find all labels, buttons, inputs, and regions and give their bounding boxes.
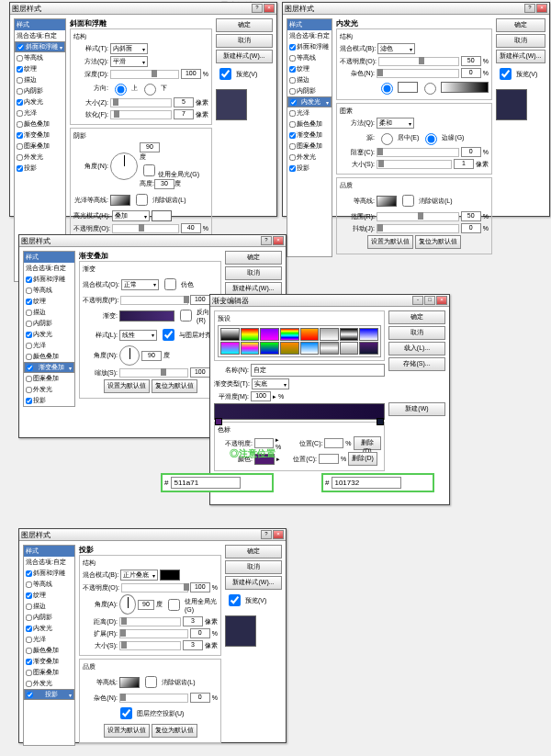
sidebar-item-outer-glow[interactable]: 外发光: [24, 384, 74, 395]
sidebar-item-texture[interactable]: 纹理: [15, 63, 65, 74]
reset-btn[interactable]: 设置为默认值: [104, 379, 150, 393]
cancel-btn[interactable]: 取消: [496, 34, 545, 48]
spread-slider[interactable]: [119, 629, 188, 638]
sidebar-item-inner-shadow[interactable]: 内阴影: [15, 85, 65, 96]
close-btn[interactable]: ×: [273, 530, 284, 539]
shadow-check[interactable]: [17, 165, 23, 172]
cancel-btn[interactable]: 取消: [388, 326, 445, 340]
smooth-val[interactable]: 100: [251, 391, 271, 401]
newstyle-btn[interactable]: 新建样式(W)...: [496, 50, 545, 63]
size-val[interactable]: 5: [174, 97, 194, 107]
sidebar-item-contour[interactable]: 等高线: [24, 285, 74, 296]
jitter-val[interactable]: 0: [461, 223, 481, 233]
choke-slider[interactable]: [377, 148, 459, 157]
reverse-check[interactable]: [180, 310, 192, 322]
opac-val[interactable]: 50: [461, 56, 481, 66]
del-btn2[interactable]: 删除(D): [348, 452, 377, 466]
revert-btn[interactable]: 复位为默认值: [152, 724, 197, 738]
spread-val[interactable]: 0: [190, 628, 210, 638]
preset[interactable]: [320, 342, 339, 355]
close-btn[interactable]: ×: [273, 236, 284, 245]
preset[interactable]: [260, 328, 279, 341]
sidebar-item-bevel[interactable]: 斜面和浮雕: [24, 568, 74, 579]
preset[interactable]: [300, 342, 320, 355]
preset[interactable]: [220, 342, 240, 355]
close-btn[interactable]: ×: [536, 4, 547, 13]
angle-dial[interactable]: [119, 594, 136, 615]
preset[interactable]: [280, 328, 299, 341]
glow-grad[interactable]: [441, 82, 489, 93]
preset[interactable]: [280, 342, 299, 355]
sidebar-item-color-overlay[interactable]: 颜色叠加: [15, 118, 65, 130]
gradient-bar[interactable]: [214, 403, 385, 420]
cancel-btn[interactable]: 取消: [225, 560, 282, 574]
hopac-slider[interactable]: [112, 224, 179, 233]
soften-slider[interactable]: [110, 110, 172, 119]
contour-check[interactable]: [17, 55, 23, 62]
name-input[interactable]: [251, 364, 385, 377]
sidebar-item-contour[interactable]: 等高线: [24, 579, 74, 590]
new-btn[interactable]: 新建(W): [388, 402, 445, 416]
oglow-check[interactable]: [17, 154, 23, 161]
global-check[interactable]: [168, 599, 180, 611]
save-btn[interactable]: 存储(S)...: [388, 357, 445, 371]
range-val[interactable]: 50: [461, 211, 481, 221]
sidebar-item-satin[interactable]: 光泽: [24, 340, 74, 351]
knockout-check[interactable]: [120, 707, 132, 719]
sidebar-item-pattern[interactable]: 图案叠加: [24, 667, 74, 678]
sidebar-item-texture[interactable]: 纹理: [24, 296, 74, 307]
gangle-dial[interactable]: [119, 345, 140, 366]
help-btn[interactable]: ?: [252, 4, 263, 13]
sidebar-item-color-overlay[interactable]: 颜色叠加: [24, 645, 74, 656]
angle-val[interactable]: 90: [138, 600, 154, 610]
preset[interactable]: [359, 342, 378, 355]
range-slider[interactable]: [377, 212, 459, 221]
color2-field[interactable]: [332, 477, 401, 489]
del-btn[interactable]: 删除(D): [354, 436, 381, 450]
ok-btn[interactable]: 确定: [225, 545, 282, 559]
cancel-btn[interactable]: 取消: [216, 34, 273, 48]
cpos-val[interactable]: [319, 454, 339, 464]
reset-btn[interactable]: 设置为默认值: [367, 235, 413, 249]
sidebar-item-contour[interactable]: 等高线: [15, 52, 65, 63]
ok-btn[interactable]: 确定: [225, 251, 282, 265]
style-select[interactable]: 内斜面: [110, 43, 148, 54]
sidebar-item-outer-glow[interactable]: 外发光: [15, 152, 65, 163]
grad-preview[interactable]: [119, 310, 174, 322]
bmode-select[interactable]: 正片叠底: [120, 570, 158, 581]
sidebar-item-texture[interactable]: 纹理: [287, 63, 332, 74]
preview-check[interactable]: [219, 68, 231, 80]
angle-val[interactable]: 90: [140, 142, 160, 152]
scale-slider[interactable]: [119, 368, 188, 378]
sidebar-item-bevel[interactable]: 斜面和浮雕: [24, 274, 74, 285]
texture-check[interactable]: [17, 66, 23, 73]
preset[interactable]: [300, 328, 320, 341]
tech-select[interactable]: 平滑: [110, 56, 148, 67]
scale-val[interactable]: 100: [190, 367, 210, 378]
sidebar-item-stroke[interactable]: 描边: [24, 307, 74, 318]
noise-val[interactable]: 0: [190, 693, 210, 703]
reset-btn[interactable]: 设置为默认值: [104, 724, 150, 738]
blend-options[interactable]: 混合选项:自定: [24, 557, 74, 568]
opac-val[interactable]: 100: [190, 582, 210, 592]
shadow-color[interactable]: [160, 570, 180, 581]
sidebar-item-outer-glow[interactable]: 外发光: [24, 678, 74, 689]
sidebar-item-bevel[interactable]: 斜面和浮雕: [287, 41, 332, 52]
glow-color[interactable]: [398, 82, 418, 93]
preset[interactable]: [359, 328, 378, 341]
sidebar-item-gradient-overlay[interactable]: 渐变叠加: [15, 130, 65, 141]
blend-options[interactable]: 混合选项:自定: [24, 263, 74, 274]
sidebar-item-stroke[interactable]: 描边: [287, 74, 332, 85]
sidebar-item-drop-shadow[interactable]: 投影: [15, 163, 65, 174]
sidebar-item-drop-shadow[interactable]: 投影: [287, 163, 332, 174]
preset[interactable]: [220, 328, 240, 341]
sidebar-item-texture[interactable]: 纹理: [24, 590, 74, 601]
sidebar-item-pattern[interactable]: 图案叠加: [287, 141, 332, 152]
ishadow-check[interactable]: [17, 88, 23, 95]
ok-btn[interactable]: 确定: [496, 18, 545, 32]
spos-val[interactable]: [324, 438, 343, 448]
opac-val[interactable]: 100: [190, 295, 210, 305]
sidebar-item-color-overlay[interactable]: 颜色叠加: [287, 118, 332, 130]
ok-btn[interactable]: 确定: [388, 310, 445, 324]
angle-dial[interactable]: [110, 152, 138, 180]
